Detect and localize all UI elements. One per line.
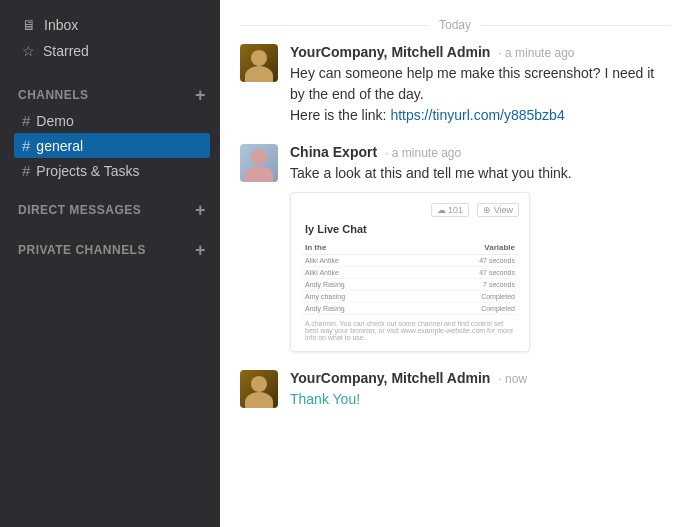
messages-area: Today YourCompany, Mitchell Admin · a mi…	[220, 0, 690, 527]
message-header-3: YourCompany, Mitchell Admin · now	[290, 370, 670, 386]
message-header-1: YourCompany, Mitchell Admin · a minute a…	[290, 44, 670, 60]
message-sender-3: YourCompany, Mitchell Admin	[290, 370, 490, 386]
screenshot-preview: ☁ 101 ⊕ View ly Live Chat In the Variabl…	[290, 192, 530, 352]
message-content-2: China Export · a minute ago Take a look …	[290, 144, 670, 352]
dm-title: DIRECT MESSAGES	[18, 203, 141, 217]
table-row: Andy Rasing Completed	[301, 303, 519, 315]
table-cell-name: Amy chasing	[301, 291, 415, 303]
preview-btn-1: ☁ 101	[431, 203, 470, 217]
preview-btn-2: ⊕ View	[477, 203, 519, 217]
message-group-3: YourCompany, Mitchell Admin · now Thank …	[240, 370, 670, 410]
table-cell-name: Aliki Antike	[301, 267, 415, 279]
hash-icon-general: #	[22, 137, 30, 154]
direct-messages-section: DIRECT MESSAGES +	[0, 187, 220, 227]
today-label: Today	[439, 18, 471, 32]
table-row: Amy chasing Completed	[301, 291, 519, 303]
avatar-mitchell-2	[240, 370, 278, 408]
message-text-thank-you: Thank You!	[290, 389, 670, 410]
channel-demo-label: Demo	[36, 113, 73, 129]
preview-title: ly Live Chat	[301, 223, 519, 235]
message-sender-1: YourCompany, Mitchell Admin	[290, 44, 490, 60]
channel-projects-label: Projects & Tasks	[36, 163, 139, 179]
message-header-2: China Export · a minute ago	[290, 144, 670, 160]
table-row: Andy Rasing 7 seconds	[301, 279, 519, 291]
message-time-1: · a minute ago	[498, 46, 574, 60]
star-icon: ☆	[22, 43, 35, 59]
message-content-3: YourCompany, Mitchell Admin · now Thank …	[290, 370, 670, 410]
avatar-mitchell-1	[240, 44, 278, 82]
private-section-header: PRIVATE CHANNELS +	[14, 241, 210, 259]
table-cell-value: Completed	[415, 303, 519, 315]
avatar-china	[240, 144, 278, 182]
sidebar: 🖥 Inbox ☆ Starred CHANNELS + # Demo # ge…	[0, 0, 220, 527]
table-cell-value: 7 seconds	[415, 279, 519, 291]
message-group-1: YourCompany, Mitchell Admin · a minute a…	[240, 44, 670, 126]
preview-col-name: In the	[301, 241, 415, 255]
hash-icon-projects: #	[22, 162, 30, 179]
channel-general-label: general	[36, 138, 83, 154]
preview-top-bar: ☁ 101 ⊕ View	[301, 203, 519, 217]
sidebar-top: 🖥 Inbox ☆ Starred	[0, 0, 220, 72]
preview-footer: A channel. You can check out some channe…	[301, 320, 519, 341]
today-divider: Today	[240, 0, 670, 44]
message-group-2: China Export · a minute ago Take a look …	[240, 144, 670, 352]
message-sender-2: China Export	[290, 144, 377, 160]
sidebar-item-inbox-label: Inbox	[44, 17, 78, 33]
private-channels-section: PRIVATE CHANNELS +	[0, 227, 220, 267]
message-text-1: Hey can someone help me make this screen…	[290, 63, 670, 126]
sidebar-item-starred[interactable]: ☆ Starred	[12, 38, 208, 64]
sidebar-channel-demo[interactable]: # Demo	[14, 108, 210, 133]
dm-section-header: DIRECT MESSAGES +	[14, 201, 210, 219]
table-cell-value: Completed	[415, 291, 519, 303]
message-time-2: · a minute ago	[385, 146, 461, 160]
add-private-button[interactable]: +	[195, 241, 206, 259]
message-time-3: · now	[498, 372, 527, 386]
table-row: Aliki Antike 47 seconds	[301, 255, 519, 267]
channels-section: CHANNELS + # Demo # general # Projects &…	[0, 72, 220, 187]
private-title: PRIVATE CHANNELS	[18, 243, 146, 257]
table-cell-value: 47 seconds	[415, 267, 519, 279]
sidebar-item-inbox[interactable]: 🖥 Inbox	[12, 12, 208, 38]
inbox-icon: 🖥	[22, 17, 36, 33]
table-cell-name: Aliki Antike	[301, 255, 415, 267]
sidebar-channel-projects-tasks[interactable]: # Projects & Tasks	[14, 158, 210, 183]
message-text-2: Take a look at this and tell me what you…	[290, 163, 670, 184]
message-link-1[interactable]: https://tinyurl.com/y885bzb4	[390, 107, 564, 123]
sidebar-item-starred-label: Starred	[43, 43, 89, 59]
message-content-1: YourCompany, Mitchell Admin · a minute a…	[290, 44, 670, 126]
add-channel-button[interactable]: +	[195, 86, 206, 104]
channels-section-header: CHANNELS +	[14, 86, 210, 104]
table-cell-value: 47 seconds	[415, 255, 519, 267]
add-dm-button[interactable]: +	[195, 201, 206, 219]
preview-col-variable: Variable	[415, 241, 519, 255]
sidebar-channel-general[interactable]: # general	[14, 133, 210, 158]
main-content: Today YourCompany, Mitchell Admin · a mi…	[220, 0, 690, 527]
hash-icon-demo: #	[22, 112, 30, 129]
preview-table: In the Variable Aliki Antike 47 seconds …	[301, 241, 519, 315]
table-cell-name: Andy Rasing	[301, 303, 415, 315]
table-cell-name: Andy Rasing	[301, 279, 415, 291]
table-row: Aliki Antike 47 seconds	[301, 267, 519, 279]
channels-title: CHANNELS	[18, 88, 89, 102]
